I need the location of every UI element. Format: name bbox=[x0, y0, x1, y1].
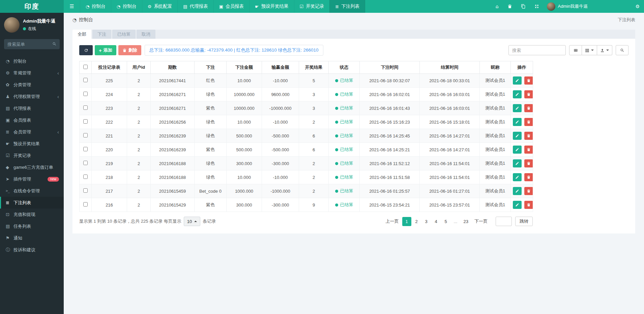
tab-已结算[interactable]: 已结算 bbox=[112, 30, 136, 39]
pagination-prev[interactable]: 上一页 bbox=[383, 217, 402, 226]
edit-row-button[interactable] bbox=[513, 118, 522, 126]
pencil-icon bbox=[515, 175, 519, 179]
row-checkbox[interactable] bbox=[83, 78, 88, 82]
edit-row-button[interactable] bbox=[513, 146, 522, 154]
sidebar-item-预设开奖结果[interactable]: ☛ 预设开奖结果 bbox=[0, 138, 64, 150]
tab-下注[interactable]: 下注 bbox=[92, 30, 111, 39]
delete-row-button[interactable] bbox=[524, 159, 533, 167]
cell-issue-number: 20210615429 bbox=[151, 198, 195, 212]
edit-row-button[interactable] bbox=[513, 187, 522, 195]
pagination-page-5[interactable]: 5 bbox=[441, 217, 450, 226]
delete-row-button[interactable] bbox=[524, 173, 533, 181]
sidebar-item-会员报表[interactable]: ▣ 会员报表 bbox=[0, 114, 64, 126]
brand-logo[interactable]: 印度 bbox=[0, 0, 64, 13]
cell-record-id: 218 bbox=[92, 170, 127, 184]
chevron-left-icon: ‹ bbox=[57, 70, 59, 75]
user-menu[interactable]: Admin我最牛逼 bbox=[544, 2, 591, 11]
pagination-page-3[interactable]: 3 bbox=[422, 217, 431, 226]
pagination-page-4[interactable]: 4 bbox=[432, 217, 441, 226]
add-button[interactable]: +添加 bbox=[95, 45, 116, 55]
row-checkbox[interactable] bbox=[83, 161, 88, 165]
terminal-icon: >_ bbox=[6, 189, 13, 193]
edit-row-button[interactable] bbox=[513, 132, 522, 140]
sidebar-item-插件管理[interactable]: ➤ 插件管理 new bbox=[0, 173, 64, 185]
topnav-item-系统配置[interactable]: ⚙ 系统配置 bbox=[142, 0, 178, 13]
sidebar-search-input[interactable] bbox=[4, 39, 60, 49]
cell-actions bbox=[511, 170, 533, 184]
row-checkbox[interactable] bbox=[83, 175, 88, 179]
cell-bet-amount: 10000.000 bbox=[227, 101, 262, 115]
row-checkbox[interactable] bbox=[83, 147, 88, 151]
topnav-item-预设开奖结果[interactable]: ☛ 预设开奖结果 bbox=[249, 0, 294, 13]
cell-bet-time: 2021-06-15 23:54:21 bbox=[360, 198, 420, 212]
delete-row-button[interactable] bbox=[524, 76, 533, 85]
row-checkbox[interactable] bbox=[83, 202, 88, 207]
delete-row-button[interactable] bbox=[524, 118, 533, 126]
delete-row-button[interactable] bbox=[524, 132, 533, 140]
pagination-next[interactable]: 下一页 bbox=[472, 217, 490, 226]
sidebar-item-分类管理[interactable]: ✿ 分类管理 bbox=[0, 79, 64, 91]
sidebar-item-代理权限管理[interactable]: ♟ 代理权限管理 ‹ bbox=[0, 91, 64, 102]
jump-page-input[interactable] bbox=[496, 217, 512, 226]
edit-row-button[interactable] bbox=[513, 104, 522, 112]
sidebar-item-在线命令管理[interactable]: >_ 在线命令管理 bbox=[0, 185, 64, 197]
topnav-item-开奖记录[interactable]: ☑ 开奖记录 bbox=[294, 0, 330, 13]
topnav-item-代理报表[interactable]: ▤ 代理报表 bbox=[177, 0, 213, 13]
sidebar-item-控制台[interactable]: ◔ 控制台 bbox=[0, 55, 64, 67]
fullscreen-button[interactable] bbox=[530, 0, 544, 13]
topnav-item-下注列表[interactable]: ≣ 下注列表 bbox=[329, 0, 365, 13]
row-checkbox[interactable] bbox=[83, 105, 88, 110]
edit-row-button[interactable] bbox=[513, 76, 522, 85]
pagination-page-2[interactable]: 2 bbox=[412, 217, 421, 226]
sidebar-item-会员管理[interactable]: ≣ 会员管理 ‹ bbox=[0, 126, 64, 138]
sidebar-item-充值和提现[interactable]: ⊡ 充值和提现 bbox=[0, 209, 64, 220]
delete-row-button[interactable] bbox=[524, 90, 533, 98]
search-button[interactable] bbox=[616, 45, 628, 55]
file-button[interactable] bbox=[517, 0, 530, 13]
row-checkbox[interactable] bbox=[83, 188, 88, 193]
sidebar-item-常规管理[interactable]: ⚙ 常规管理 ‹ bbox=[0, 67, 64, 79]
cell-bet-amount: 300.000 bbox=[227, 157, 262, 170]
sidebar-toggle-button[interactable]: ☰ bbox=[64, 0, 80, 13]
sidebar-item-game6三方充值订单[interactable]: ◆ game6三方充值订单 bbox=[0, 161, 64, 173]
tab-取消[interactable]: 取消 bbox=[137, 30, 155, 39]
topnav-item-控制台[interactable]: ◔ 控制台 bbox=[80, 0, 111, 13]
jump-button[interactable]: 跳转 bbox=[515, 217, 533, 226]
table-row: 223 2 20210616271 紫色 10000.000 -10000.00… bbox=[80, 101, 533, 115]
clear-trash-button[interactable] bbox=[503, 0, 517, 13]
sidebar-item-代理报表[interactable]: ▤ 代理报表 bbox=[0, 102, 64, 114]
row-checkbox[interactable] bbox=[83, 133, 88, 137]
tab-全部[interactable]: 全部 bbox=[72, 30, 91, 39]
status-badge: 已结算 bbox=[335, 188, 353, 194]
pagination-page-23[interactable]: 23 bbox=[461, 217, 471, 226]
detail-view-button[interactable] bbox=[569, 45, 582, 55]
refresh-button[interactable] bbox=[79, 45, 93, 55]
topnav-item-会员报表[interactable]: ▣ 会员报表 bbox=[213, 0, 249, 13]
edit-row-button[interactable] bbox=[513, 90, 522, 98]
topnav-item-控制台[interactable]: ◔ 控制台 bbox=[111, 0, 142, 13]
home-button[interactable]: ⌂ bbox=[491, 0, 503, 13]
delete-row-button[interactable] bbox=[524, 104, 533, 112]
sidebar-item-开奖记录[interactable]: ☑ 开奖记录 bbox=[0, 150, 64, 161]
table-search-input[interactable] bbox=[508, 45, 566, 55]
delete-button[interactable]: 删除 bbox=[118, 45, 141, 55]
sidebar-item-通知[interactable]: ⚑ 通知 bbox=[0, 232, 64, 244]
edit-row-button[interactable] bbox=[513, 159, 522, 167]
settings-button[interactable]: ⚙ bbox=[631, 0, 644, 13]
page-size-select[interactable]: 10 bbox=[184, 217, 200, 226]
breadcrumb[interactable]: ◔ 控制台 bbox=[72, 17, 93, 23]
edit-row-button[interactable] bbox=[513, 201, 522, 209]
select-all-checkbox[interactable] bbox=[83, 65, 88, 69]
sidebar-item-任务列表[interactable]: ▤ 任务列表 bbox=[0, 220, 64, 232]
export-button[interactable] bbox=[597, 45, 612, 55]
pagination-page-1[interactable]: 1 bbox=[402, 217, 411, 226]
delete-row-button[interactable] bbox=[524, 187, 533, 195]
sidebar-item-下注列表[interactable]: ≣ 下注列表 bbox=[0, 197, 64, 209]
sidebar-item-投诉和建议[interactable]: ⓘ 投诉和建议 bbox=[0, 244, 64, 256]
delete-row-button[interactable] bbox=[524, 201, 533, 209]
row-checkbox[interactable] bbox=[83, 119, 88, 124]
columns-button[interactable] bbox=[582, 45, 597, 55]
edit-row-button[interactable] bbox=[513, 173, 522, 181]
delete-row-button[interactable] bbox=[524, 146, 533, 154]
row-checkbox[interactable] bbox=[83, 92, 88, 96]
